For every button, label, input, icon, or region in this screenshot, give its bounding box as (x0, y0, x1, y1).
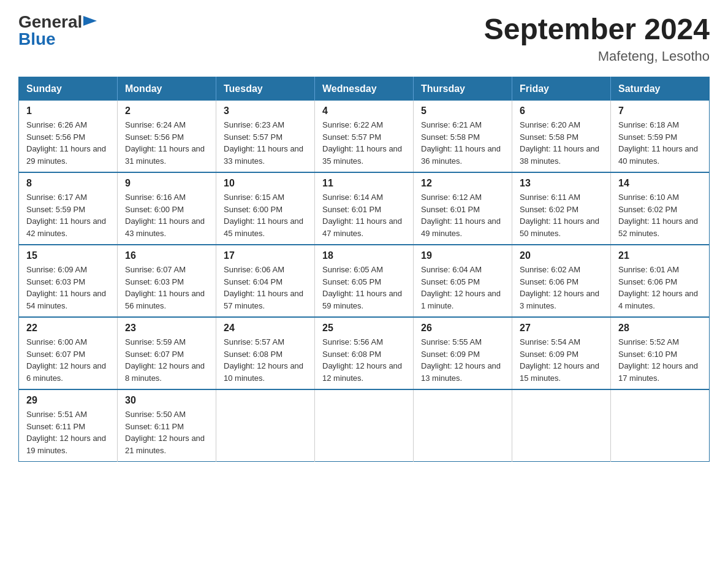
day-number: 10 (224, 178, 307, 189)
day-number: 20 (520, 250, 603, 261)
calendar-cell: 18Sunrise: 6:05 AM Sunset: 6:05 PM Dayli… (315, 245, 414, 317)
page-header: General Blue September 2024 Mafeteng, Le… (18, 12, 710, 64)
day-number: 19 (421, 250, 504, 261)
calendar-header-row: SundayMondayTuesdayWednesdayThursdayFrid… (19, 77, 710, 101)
header-monday: Monday (118, 77, 216, 101)
day-number: 24 (224, 323, 307, 334)
calendar-cell: 30Sunrise: 5:50 AM Sunset: 6:11 PM Dayli… (118, 389, 216, 462)
day-info: Sunrise: 5:50 AM Sunset: 6:11 PM Dayligh… (125, 408, 208, 456)
calendar-cell: 17Sunrise: 6:06 AM Sunset: 6:04 PM Dayli… (216, 245, 315, 317)
day-info: Sunrise: 6:10 AM Sunset: 6:02 PM Dayligh… (618, 191, 702, 239)
day-info: Sunrise: 6:07 AM Sunset: 6:03 PM Dayligh… (125, 264, 208, 312)
calendar-cell: 25Sunrise: 5:56 AM Sunset: 6:08 PM Dayli… (315, 317, 414, 389)
day-info: Sunrise: 5:57 AM Sunset: 6:08 PM Dayligh… (224, 336, 307, 384)
week-row-4: 22Sunrise: 6:00 AM Sunset: 6:07 PM Dayli… (19, 317, 710, 389)
location-subtitle: Mafeteng, Lesotho (484, 48, 710, 64)
day-info: Sunrise: 5:51 AM Sunset: 6:11 PM Dayligh… (26, 408, 110, 456)
calendar-cell (315, 389, 414, 462)
day-number: 22 (26, 323, 110, 334)
day-info: Sunrise: 6:23 AM Sunset: 5:57 PM Dayligh… (224, 119, 307, 167)
day-info: Sunrise: 6:14 AM Sunset: 6:01 PM Dayligh… (322, 191, 406, 239)
calendar-cell: 14Sunrise: 6:10 AM Sunset: 6:02 PM Dayli… (611, 172, 710, 245)
calendar-cell: 21Sunrise: 6:01 AM Sunset: 6:06 PM Dayli… (611, 245, 710, 317)
calendar-cell: 6Sunrise: 6:20 AM Sunset: 5:58 PM Daylig… (512, 101, 611, 172)
calendar-cell: 20Sunrise: 6:02 AM Sunset: 6:06 PM Dayli… (512, 245, 611, 317)
title-section: September 2024 Mafeteng, Lesotho (484, 12, 710, 64)
header-friday: Friday (512, 77, 611, 101)
day-info: Sunrise: 6:11 AM Sunset: 6:02 PM Dayligh… (520, 191, 603, 239)
day-info: Sunrise: 5:56 AM Sunset: 6:08 PM Dayligh… (322, 336, 406, 384)
day-info: Sunrise: 6:02 AM Sunset: 6:06 PM Dayligh… (520, 264, 603, 312)
week-row-3: 15Sunrise: 6:09 AM Sunset: 6:03 PM Dayli… (19, 245, 710, 317)
day-number: 16 (125, 250, 208, 261)
day-info: Sunrise: 5:59 AM Sunset: 6:07 PM Dayligh… (125, 336, 208, 384)
day-number: 30 (125, 395, 208, 406)
week-row-5: 29Sunrise: 5:51 AM Sunset: 6:11 PM Dayli… (19, 389, 710, 462)
day-info: Sunrise: 5:52 AM Sunset: 6:10 PM Dayligh… (618, 336, 702, 384)
calendar-cell (216, 389, 315, 462)
calendar-cell: 15Sunrise: 6:09 AM Sunset: 6:03 PM Dayli… (19, 245, 118, 317)
calendar-cell: 26Sunrise: 5:55 AM Sunset: 6:09 PM Dayli… (414, 317, 512, 389)
day-info: Sunrise: 5:55 AM Sunset: 6:09 PM Dayligh… (421, 336, 504, 384)
day-info: Sunrise: 6:06 AM Sunset: 6:04 PM Dayligh… (224, 264, 307, 312)
day-info: Sunrise: 6:15 AM Sunset: 6:00 PM Dayligh… (224, 191, 307, 239)
day-number: 25 (322, 323, 406, 334)
calendar-cell (512, 389, 611, 462)
day-number: 6 (520, 105, 603, 117)
logo: General Blue (18, 12, 97, 49)
calendar-cell: 12Sunrise: 6:12 AM Sunset: 6:01 PM Dayli… (414, 172, 512, 245)
calendar-cell: 7Sunrise: 6:18 AM Sunset: 5:59 PM Daylig… (611, 101, 710, 172)
day-number: 1 (26, 105, 110, 117)
day-number: 27 (520, 323, 603, 334)
day-number: 28 (618, 323, 702, 334)
main-title: September 2024 (484, 12, 710, 46)
day-number: 2 (125, 105, 208, 117)
header-thursday: Thursday (414, 77, 512, 101)
day-info: Sunrise: 6:20 AM Sunset: 5:58 PM Dayligh… (520, 119, 603, 167)
calendar-cell: 4Sunrise: 6:22 AM Sunset: 5:57 PM Daylig… (315, 101, 414, 172)
day-number: 5 (421, 105, 504, 117)
day-info: Sunrise: 6:05 AM Sunset: 6:05 PM Dayligh… (322, 264, 406, 312)
day-info: Sunrise: 5:54 AM Sunset: 6:09 PM Dayligh… (520, 336, 603, 384)
calendar-cell: 27Sunrise: 5:54 AM Sunset: 6:09 PM Dayli… (512, 317, 611, 389)
calendar-cell: 16Sunrise: 6:07 AM Sunset: 6:03 PM Dayli… (118, 245, 216, 317)
day-number: 26 (421, 323, 504, 334)
day-number: 11 (322, 178, 406, 189)
calendar-cell: 2Sunrise: 6:24 AM Sunset: 5:56 PM Daylig… (118, 101, 216, 172)
day-info: Sunrise: 6:00 AM Sunset: 6:07 PM Dayligh… (26, 336, 110, 384)
day-info: Sunrise: 6:16 AM Sunset: 6:00 PM Dayligh… (125, 191, 208, 239)
calendar-cell: 29Sunrise: 5:51 AM Sunset: 6:11 PM Dayli… (19, 389, 118, 462)
logo-blue-text: Blue (18, 29, 97, 49)
week-row-2: 8Sunrise: 6:17 AM Sunset: 5:59 PM Daylig… (19, 172, 710, 245)
svg-marker-0 (83, 16, 97, 26)
header-tuesday: Tuesday (216, 77, 315, 101)
calendar-cell: 10Sunrise: 6:15 AM Sunset: 6:00 PM Dayli… (216, 172, 315, 245)
calendar-cell: 19Sunrise: 6:04 AM Sunset: 6:05 PM Dayli… (414, 245, 512, 317)
day-number: 13 (520, 178, 603, 189)
header-sunday: Sunday (19, 77, 118, 101)
calendar-cell (611, 389, 710, 462)
week-row-1: 1Sunrise: 6:26 AM Sunset: 5:56 PM Daylig… (19, 101, 710, 172)
calendar-cell: 23Sunrise: 5:59 AM Sunset: 6:07 PM Dayli… (118, 317, 216, 389)
day-number: 14 (618, 178, 702, 189)
day-number: 3 (224, 105, 307, 117)
calendar-cell: 3Sunrise: 6:23 AM Sunset: 5:57 PM Daylig… (216, 101, 315, 172)
day-number: 9 (125, 178, 208, 189)
day-info: Sunrise: 6:24 AM Sunset: 5:56 PM Dayligh… (125, 119, 208, 167)
day-info: Sunrise: 6:01 AM Sunset: 6:06 PM Dayligh… (618, 264, 702, 312)
calendar-cell: 28Sunrise: 5:52 AM Sunset: 6:10 PM Dayli… (611, 317, 710, 389)
calendar-cell: 24Sunrise: 5:57 AM Sunset: 6:08 PM Dayli… (216, 317, 315, 389)
header-wednesday: Wednesday (315, 77, 414, 101)
header-saturday: Saturday (611, 77, 710, 101)
day-info: Sunrise: 6:17 AM Sunset: 5:59 PM Dayligh… (26, 191, 110, 239)
day-number: 12 (421, 178, 504, 189)
calendar-cell: 5Sunrise: 6:21 AM Sunset: 5:58 PM Daylig… (414, 101, 512, 172)
calendar-cell (414, 389, 512, 462)
day-number: 21 (618, 250, 702, 261)
day-number: 4 (322, 105, 406, 117)
day-info: Sunrise: 6:18 AM Sunset: 5:59 PM Dayligh… (618, 119, 702, 167)
day-number: 17 (224, 250, 307, 261)
day-number: 29 (26, 395, 110, 406)
day-number: 23 (125, 323, 208, 334)
calendar-cell: 11Sunrise: 6:14 AM Sunset: 6:01 PM Dayli… (315, 172, 414, 245)
